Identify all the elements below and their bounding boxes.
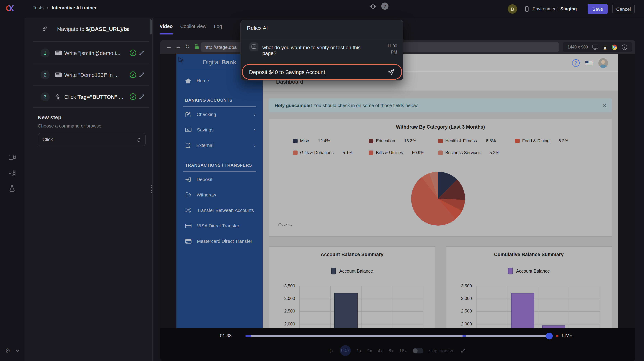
save-button[interactable]: Save [588,3,608,14]
back-icon[interactable]: ← [166,43,172,50]
cx-logo-icon[interactable]: CX [6,3,14,13]
monitor-icon[interactable] [592,44,598,50]
step-number-badge: 3 [40,92,50,101]
step-row-2[interactable]: 2 Write "Demo123!" in ... [25,64,152,85]
sparkline-icon [278,221,292,227]
bank-nav-withdraw[interactable]: Withdraw [176,187,263,203]
skip-inactive-toggle[interactable] [412,348,423,353]
bank-app-page: Digital Bank Home BANKING ACCOUNTS Check… [176,54,618,328]
live-dot [556,335,558,337]
speed-4x-button[interactable]: 4x [378,348,383,353]
settings-gear-icon[interactable]: ⚙ [5,347,10,355]
bank-nav-label: Withdraw [196,192,216,198]
us-flag-icon[interactable] [586,61,592,65]
environment-value: Staging [560,6,577,11]
chart-title: Withdraw By Category (Last 3 Months) [269,124,612,130]
user-avatar[interactable]: B [508,4,517,14]
bank-nav-mastercard-transfer[interactable]: Mastercard Direct Transfer [176,234,263,249]
info-icon[interactable] [621,44,628,50]
chart-legend: Account Balance [446,268,612,274]
bank-nav-deposit[interactable]: Deposit [176,172,263,187]
chevron-right-icon: › [254,143,256,148]
legend-swatch [438,150,443,155]
bank-nav-label: Savings [197,127,214,133]
page-title: Interactive AI trainer [52,5,96,10]
command-select[interactable]: Click [38,133,146,146]
send-icon[interactable] [388,68,395,76]
help-icon[interactable]: ? [381,2,388,10]
reload-icon[interactable]: ↻ [185,43,190,50]
prompt-input-value: Deposit $40 to Savings Account [249,69,325,75]
environment-selector[interactable]: Environment Staging [524,6,577,12]
chrome-browser-icon [612,44,617,50]
breadcrumb-tests-link[interactable]: Tests [33,5,44,10]
bug-icon[interactable] [370,2,376,10]
bank-user-avatar[interactable] [598,58,608,68]
bank-nav-label: Checking [196,112,216,117]
navigate-step[interactable]: Navigate to ${BASE_URL}/ban... [25,18,152,39]
chart-title: Cumulative Balance Summary [446,252,612,257]
bank-nav-label: Transfer Between Accounts [197,208,254,213]
speed-0-5x-button[interactable]: 0.5x [340,345,351,356]
bank-nav-visa-transfer[interactable]: VISA Direct Transfer [176,218,263,234]
skip-inactive-label: skip inactive [429,348,454,353]
keyboard-icon [55,72,62,77]
credit-card-icon [185,223,192,228]
progress-track[interactable] [246,335,552,337]
bank-help-icon[interactable]: ? [572,59,580,67]
step-row-3[interactable]: 3 Click Tag="BUTTON" ... [25,86,152,107]
legend-item: Food & Dining6.2% [515,138,568,143]
legend-value: 50.9% [412,150,424,155]
forward-icon[interactable]: → [176,43,181,50]
alert-close-icon[interactable]: × [603,102,606,109]
scrollbar-thumb[interactable] [150,19,152,34]
speed-1x-button[interactable]: 1x [356,348,361,353]
top-bar: CX Tests › Interactive AI trainer ? B En… [0,0,644,18]
alert-banner: Holy guacamole! You should check in on s… [269,98,612,112]
recordings-camera-icon[interactable] [8,154,16,160]
speed-16x-button[interactable]: 16x [399,348,407,353]
legend-label: Account Balance [339,269,373,274]
modal-title: Relicx AI [247,25,268,31]
flask-icon[interactable] [8,185,16,192]
bank-nav-savings[interactable]: Savings › [176,122,263,138]
play-icon[interactable]: ▷ [330,347,334,354]
tab-copilot-view[interactable]: Copilot view [180,24,206,34]
prompt-input[interactable]: Deposit $40 to Savings Account [242,64,402,80]
live-label: LIVE [562,333,572,338]
edit-pencil-icon[interactable] [138,71,145,78]
money-bill-icon [185,127,192,132]
browser-meta: 1440 x 900 [563,42,632,52]
step-row-1[interactable]: 1 Write "jsmith@demo.i... [25,42,152,63]
speed-2x-button[interactable]: 2x [367,348,372,353]
bank-nav-checking[interactable]: Checking › [176,107,263,122]
legend-value: 13.3% [404,138,416,143]
click-icon [55,93,62,100]
step-label: Write "Demo123!" in ... [64,72,129,78]
bank-nav-transfer[interactable]: Transfer Between Accounts [176,203,263,218]
sitemap-icon[interactable] [8,170,16,176]
environment-label: Environment [532,6,558,11]
speed-8x-button[interactable]: 8x [388,348,393,353]
fullscreen-icon[interactable] [460,348,466,353]
video-viewport[interactable]: Digital Bank Home BANKING ACCOUNTS Check… [160,54,636,328]
edit-pencil-icon[interactable] [138,93,145,100]
legend-label: Misc [300,138,309,143]
legend-label: Business Services [445,150,480,155]
progress-knob[interactable] [546,333,553,340]
tab-log[interactable]: Log [214,24,222,34]
chevron-down-icon[interactable] [15,349,20,352]
bank-nav-external[interactable]: External › [176,138,263,153]
bar [334,293,358,328]
tab-video[interactable]: Video [160,24,173,34]
bank-nav-label: Mastercard Direct Transfer [197,239,252,244]
y-tick-label: 2,500 [449,309,472,314]
legend-swatch [331,268,336,274]
legend-swatch [369,139,374,143]
bank-nav-label: Home [196,78,209,83]
withdraw-category-card: Withdraw By Category (Last 3 Months) Mis… [269,119,612,237]
legend-label: Gifts & Donations [300,150,334,155]
cancel-button[interactable]: Cancel [612,3,635,14]
edit-pencil-icon[interactable] [138,49,145,56]
legend-label: Health & Fitness [445,138,477,143]
